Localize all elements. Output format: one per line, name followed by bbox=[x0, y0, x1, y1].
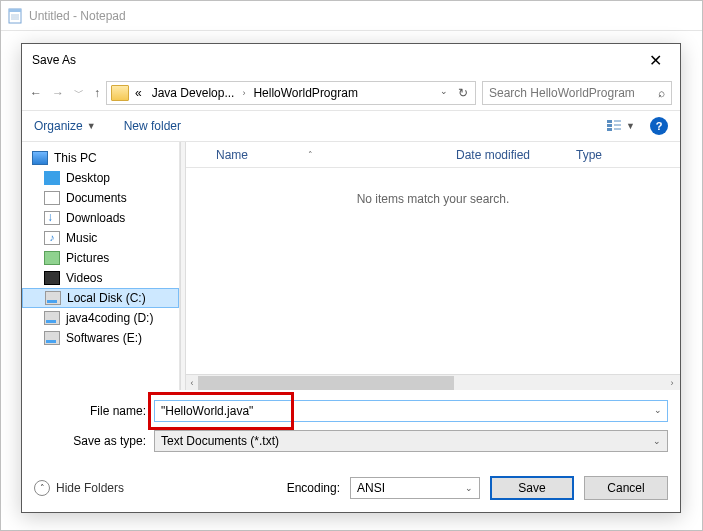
notepad-title-text: Untitled - Notepad bbox=[29, 9, 126, 23]
view-icon bbox=[606, 119, 622, 133]
savetype-label: Save as type: bbox=[34, 434, 154, 448]
chevron-down-icon: ▼ bbox=[626, 121, 635, 131]
tree-java4coding-d[interactable]: java4coding (D:) bbox=[22, 308, 179, 328]
address-dropdown-icon[interactable]: ⌄ bbox=[437, 86, 451, 100]
column-headers: Name˄ Date modified Type bbox=[186, 142, 680, 168]
save-button[interactable]: Save bbox=[490, 476, 574, 500]
filename-label: File name: bbox=[34, 404, 154, 418]
nav-arrows: ← → ﹀ ↑ bbox=[30, 86, 100, 100]
tree-documents[interactable]: Documents bbox=[22, 188, 179, 208]
tree-videos[interactable]: Videos bbox=[22, 268, 179, 288]
breadcrumb-prefix[interactable]: « bbox=[131, 86, 146, 100]
file-list-pane: Name˄ Date modified Type No items match … bbox=[186, 142, 680, 390]
encoding-combo[interactable]: ANSI ⌄ bbox=[350, 477, 480, 499]
svg-rect-5 bbox=[607, 120, 612, 123]
scrollbar-thumb[interactable] bbox=[198, 376, 454, 390]
disk-icon bbox=[44, 311, 60, 325]
dialog-titlebar: Save As ✕ bbox=[22, 44, 680, 76]
chevron-down-icon: ⌄ bbox=[465, 483, 473, 493]
sort-asc-icon: ˄ bbox=[308, 150, 313, 160]
scroll-right-icon[interactable]: › bbox=[664, 378, 680, 388]
disk-icon bbox=[45, 291, 61, 305]
downloads-icon bbox=[44, 211, 60, 225]
scroll-left-icon[interactable]: ‹ bbox=[186, 378, 198, 388]
filename-dropdown-icon[interactable]: ⌄ bbox=[654, 405, 662, 415]
col-date[interactable]: Date modified bbox=[456, 148, 576, 162]
tree-softwares-e[interactable]: Softwares (E:) bbox=[22, 328, 179, 348]
chevron-right-icon: › bbox=[240, 88, 247, 98]
savetype-combo[interactable]: Text Documents (*.txt) ⌄ bbox=[154, 430, 668, 452]
music-icon: ♪ bbox=[44, 231, 60, 245]
notepad-titlebar: Untitled - Notepad bbox=[1, 1, 702, 31]
notepad-icon bbox=[7, 8, 23, 24]
save-as-dialog: Save As ✕ ← → ﹀ ↑ « Java Develop... › He… bbox=[21, 43, 681, 513]
hide-folders-button[interactable]: ˄ Hide Folders bbox=[34, 480, 124, 496]
back-icon[interactable]: ← bbox=[30, 86, 42, 100]
empty-message: No items match your search. bbox=[186, 168, 680, 206]
pc-icon bbox=[32, 151, 48, 165]
search-input[interactable]: Search HelloWorldProgram ⌕ bbox=[482, 81, 672, 105]
breadcrumb-part1[interactable]: Java Develop... bbox=[148, 86, 239, 100]
nav-row: ← → ﹀ ↑ « Java Develop... › HelloWorldPr… bbox=[22, 76, 680, 110]
close-icon[interactable]: ✕ bbox=[641, 47, 670, 74]
tree-local-disk-c[interactable]: Local Disk (C:) bbox=[22, 288, 179, 308]
cancel-button[interactable]: Cancel bbox=[584, 476, 668, 500]
dialog-title-text: Save As bbox=[32, 53, 76, 67]
svg-rect-6 bbox=[607, 124, 612, 127]
help-icon[interactable]: ? bbox=[650, 117, 668, 135]
forward-icon: → bbox=[52, 86, 64, 100]
svg-rect-7 bbox=[607, 128, 612, 131]
tree-desktop[interactable]: Desktop bbox=[22, 168, 179, 188]
encoding-label: Encoding: bbox=[287, 481, 340, 495]
refresh-icon[interactable]: ↻ bbox=[455, 86, 471, 100]
address-bar[interactable]: « Java Develop... › HelloWorldProgram ⌄ … bbox=[106, 81, 476, 105]
col-type[interactable]: Type bbox=[576, 148, 680, 162]
recent-chevron-icon[interactable]: ﹀ bbox=[74, 86, 84, 100]
horizontal-scrollbar[interactable]: ‹ › bbox=[186, 374, 680, 390]
up-icon[interactable]: ↑ bbox=[94, 86, 100, 100]
filename-input[interactable] bbox=[154, 400, 668, 422]
search-icon: ⌕ bbox=[658, 86, 665, 100]
documents-icon bbox=[44, 191, 60, 205]
tree-pictures[interactable]: Pictures bbox=[22, 248, 179, 268]
collapse-icon: ˄ bbox=[34, 480, 50, 496]
tree-this-pc[interactable]: This PC bbox=[22, 148, 179, 168]
videos-icon bbox=[44, 271, 60, 285]
desktop-icon bbox=[44, 171, 60, 185]
new-folder-button[interactable]: New folder bbox=[124, 119, 181, 133]
toolbar: Organize ▼ New folder ▼ ? bbox=[22, 110, 680, 142]
pictures-icon bbox=[44, 251, 60, 265]
chevron-down-icon: ⌄ bbox=[653, 436, 661, 446]
folder-icon bbox=[111, 85, 129, 101]
svg-rect-1 bbox=[9, 9, 21, 12]
disk-icon bbox=[44, 331, 60, 345]
chevron-down-icon: ▼ bbox=[87, 121, 96, 131]
tree-music[interactable]: ♪Music bbox=[22, 228, 179, 248]
tree-downloads[interactable]: Downloads bbox=[22, 208, 179, 228]
nav-tree: This PC Desktop Documents Downloads ♪Mus… bbox=[22, 142, 180, 390]
search-placeholder: Search HelloWorldProgram bbox=[489, 86, 635, 100]
view-options-button[interactable]: ▼ bbox=[601, 116, 640, 136]
col-name[interactable]: Name˄ bbox=[216, 148, 456, 162]
organize-button[interactable]: Organize ▼ bbox=[34, 119, 96, 133]
breadcrumb-part2[interactable]: HelloWorldProgram bbox=[249, 86, 361, 100]
